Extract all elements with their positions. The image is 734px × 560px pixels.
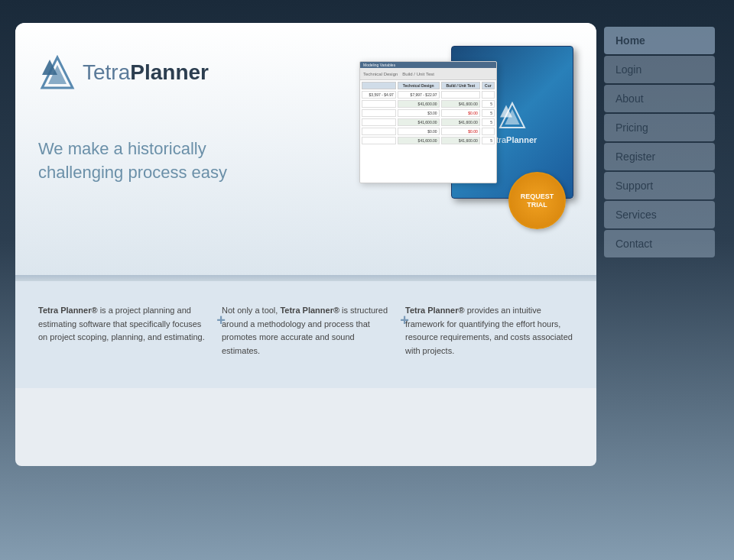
nav-item-register[interactable]: Register [604,143,715,170]
feature-col-1: Tetra Planner® is a project planning and… [38,304,222,358]
screenshot-title: Modeling Variables [360,62,496,68]
features-section: Tetra Planner® is a project planning and… [15,281,596,388]
tetraplanner-logo-icon [38,53,76,92]
trial-line1: REQUEST [521,193,554,201]
logo-area: TetraPlanner [38,53,359,92]
nav-item-contact[interactable]: Contact [604,230,715,257]
logo-text: TetraPlanner [83,60,209,85]
nav-sidebar: Home Login About Pricing Register Suppor… [596,23,719,259]
nav-item-pricing[interactable]: Pricing [604,114,715,141]
hero-tagline: We make a historically challenging proce… [38,122,283,185]
feature-col-3: Tetra Planner® provides an intuitive fra… [405,304,573,358]
nav-item-support[interactable]: Support [604,172,715,199]
hero-divider [15,275,596,281]
feature-text-1: Tetra Planner® is a project planning and… [38,304,206,345]
screenshot-header: Technical DesignBuild / Unit Test [360,68,496,80]
nav-item-login[interactable]: Login [604,56,715,83]
screenshot-table: Technical Design Build / Unit Test Cur $… [360,80,496,146]
hero-left: TetraPlanner We make a historically chal… [38,46,359,185]
nav-item-about[interactable]: About [604,85,715,112]
hero-section: TetraPlanner We make a historically chal… [15,23,596,275]
request-trial-badge[interactable]: REQUEST TRIAL [508,172,566,229]
hero-product-images: TetraPlanner Modeling Variables Technica… [359,46,573,237]
feature-col-2: Not only a tool, Tetra Planner® is struc… [222,304,405,358]
product-screenshot: Modeling Variables Technical DesignBuild… [359,61,497,183]
nav-item-services[interactable]: Services [604,201,715,228]
trial-line2: TRIAL [527,201,547,209]
main-content-card: TetraPlanner We make a historically chal… [15,23,596,466]
feature-text-3: Tetra Planner® provides an intuitive fra… [405,304,573,358]
feature-text-2: Not only a tool, Tetra Planner® is struc… [222,304,390,358]
nav-item-home[interactable]: Home [604,27,715,54]
